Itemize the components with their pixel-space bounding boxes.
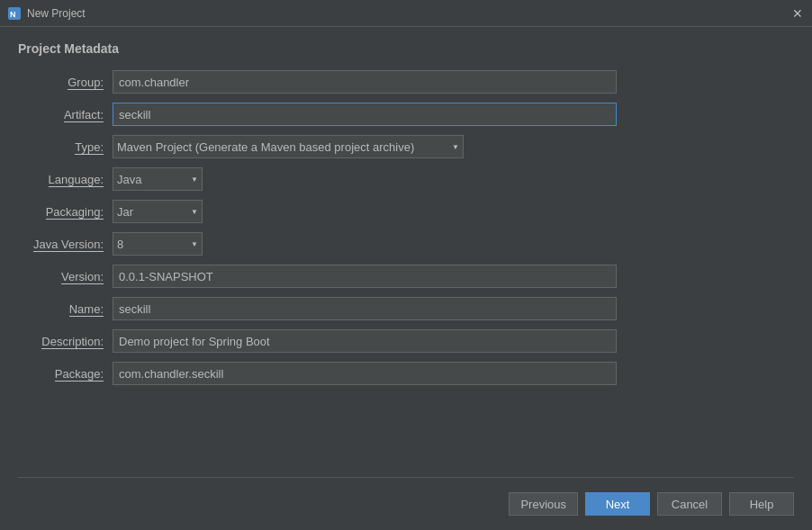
package-input[interactable] [113, 362, 617, 385]
help-button[interactable]: Help [729, 492, 794, 516]
java-version-row: Java Version: 8 11 17 [18, 232, 794, 256]
section-title: Project Metadata [18, 41, 794, 56]
window-title: New Project [27, 7, 790, 20]
description-row: Description: [18, 329, 794, 353]
type-row: Type: Maven Project (Generate a Maven ba… [18, 135, 794, 158]
type-select[interactable]: Maven Project (Generate a Maven based pr… [113, 135, 464, 158]
packaging-select-wrapper: Jar War [113, 200, 203, 223]
packaging-row: Packaging: Jar War [18, 200, 794, 223]
group-label: Group: [18, 76, 113, 89]
app-icon: N [7, 6, 22, 21]
java-version-select-wrapper: 8 11 17 [113, 232, 203, 256]
language-row: Language: Java Kotlin Groovy [18, 167, 794, 191]
svg-text:N: N [10, 10, 16, 19]
java-version-select[interactable]: 8 11 17 [113, 232, 203, 256]
java-version-label: Java Version: [18, 238, 113, 251]
close-button[interactable]: ✕ [790, 6, 805, 21]
previous-button[interactable]: Previous [509, 492, 578, 516]
name-label: Name: [18, 302, 113, 316]
description-label: Description: [18, 335, 113, 348]
type-select-wrapper: Maven Project (Generate a Maven based pr… [113, 135, 464, 158]
packaging-label: Packaging: [18, 205, 113, 219]
title-bar: N New Project ✕ [0, 0, 812, 27]
artifact-row: Artifact: [18, 103, 794, 126]
package-label: Package: [18, 367, 113, 381]
package-row: Package: [18, 362, 794, 385]
language-label: Language: [18, 173, 113, 186]
artifact-label: Artifact: [18, 108, 113, 121]
name-input[interactable] [113, 297, 617, 320]
name-row: Name: [18, 297, 794, 320]
cancel-button[interactable]: Cancel [657, 492, 722, 516]
footer: Previous Next Cancel Help [18, 477, 794, 516]
next-button[interactable]: Next [585, 492, 650, 516]
language-select[interactable]: Java Kotlin Groovy [113, 167, 203, 191]
group-row: Group: [18, 70, 794, 94]
version-label: Version: [18, 270, 113, 283]
dialog-body: Project Metadata Group: Artifact: Type: … [0, 27, 812, 530]
description-input[interactable] [113, 329, 617, 353]
group-input[interactable] [113, 70, 617, 94]
form-area: Group: Artifact: Type: Maven Project (Ge… [18, 70, 794, 470]
version-input[interactable] [113, 265, 617, 288]
type-label: Type: [18, 140, 113, 154]
language-select-wrapper: Java Kotlin Groovy [113, 167, 203, 191]
version-row: Version: [18, 265, 794, 288]
artifact-input[interactable] [113, 103, 617, 126]
packaging-select[interactable]: Jar War [113, 200, 203, 223]
